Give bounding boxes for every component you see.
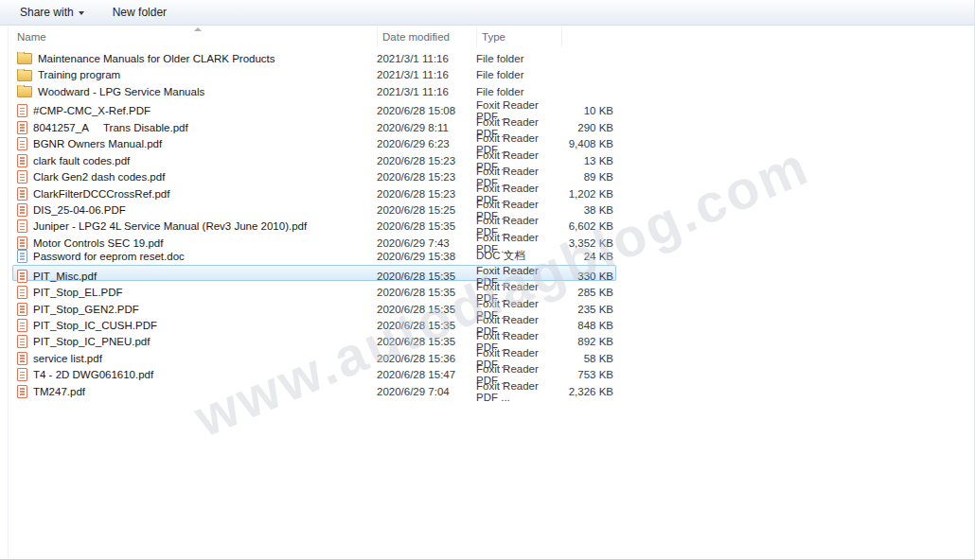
column-header-date-modified[interactable]: Date modified: [377, 26, 476, 47]
file-date-modified: 2020/6/29 7:43: [377, 237, 476, 249]
file-icon: [17, 335, 27, 348]
file-icon: [17, 219, 27, 233]
file-row[interactable]: PIT_Stop_IC_CUSH.PDF 2020/6/28 15:35 Fox…: [12, 314, 616, 330]
file-name: DIS_25-04-06.PDF: [33, 204, 126, 216]
file-size: 753 KB: [561, 369, 616, 380]
file-date-modified: 2020/6/28 15:47: [377, 369, 476, 380]
file-date-modified: 2020/6/28 15:25: [377, 204, 476, 216]
file-type: DOC 文档: [476, 249, 561, 263]
file-size: 6,602 KB: [561, 220, 616, 232]
file-date-modified: 2020/6/28 15:35: [377, 287, 476, 298]
file-row[interactable]: 8041257_A Trans Disable.pdf 2020/6/29 8:…: [12, 116, 616, 132]
file-row[interactable]: T4 - 2D DWG061610.pdf 2020/6/28 15:47 Fo…: [12, 363, 616, 379]
file-name: T4 - 2D DWG061610.pdf: [33, 369, 153, 380]
new-folder-button[interactable]: New folder: [104, 2, 175, 23]
file-name: PIT_Stop_EL.PDF: [33, 287, 123, 298]
file-icon: [17, 170, 27, 184]
file-date-modified: 2021/3/1 11:16: [377, 69, 476, 80]
column-header-size[interactable]: [561, 26, 616, 47]
share-with-button[interactable]: Share with: [11, 2, 93, 23]
file-size: 10 KB: [561, 105, 616, 116]
file-name: PIT_Stop_GEN2.PDF: [33, 304, 139, 315]
file-icon: [17, 303, 27, 316]
file-row[interactable]: Clark Gen2 dash codes.pdf 2020/6/28 15:2…: [12, 166, 616, 182]
file-name: PIT_Stop_IC_CUSH.PDF: [33, 320, 157, 331]
file-size: 1,202 KB: [561, 188, 616, 200]
file-date-modified: 2020/6/29 8:11: [377, 122, 476, 133]
file-icon: [17, 368, 27, 381]
file-name: clark fault codes.pdf: [33, 155, 130, 166]
file-row[interactable]: PIT_Stop_EL.PDF 2020/6/28 15:35 Foxit Re…: [12, 281, 616, 297]
file-size: 3,352 KB: [561, 237, 616, 249]
file-size: 58 KB: [561, 353, 616, 364]
file-name: Training program: [38, 69, 120, 80]
file-size: 38 KB: [561, 204, 616, 216]
file-icon: [17, 236, 27, 250]
sort-ascending-icon: [194, 27, 202, 31]
file-name: BGNR Owners Manual.pdf: [33, 138, 162, 149]
file-type: Foxit Reader PDF ...: [476, 380, 561, 403]
file-name: Maintenance Manuals for Older CLARK Prod…: [38, 53, 275, 64]
file-row[interactable]: PIT_Misc.pdf 2020/6/28 15:35 Foxit Reade…: [12, 265, 616, 281]
file-icon: [17, 203, 27, 217]
file-name: TM247.pdf: [33, 386, 85, 397]
file-date-modified: 2020/6/28 15:35: [377, 336, 476, 347]
file-date-modified: 2021/3/1 11:16: [377, 53, 476, 64]
file-name: PIT_Misc.pdf: [33, 271, 97, 282]
file-row[interactable]: PIT_Stop_GEN2.PDF 2020/6/28 15:35 Foxit …: [12, 298, 616, 314]
file-name: Password for eeprom reset.doc: [33, 251, 185, 262]
file-row[interactable]: Maintenance Manuals for Older CLARK Prod…: [12, 50, 616, 66]
column-header-type[interactable]: Type: [476, 26, 561, 47]
file-date-modified: 2020/6/28 15:35: [377, 304, 476, 315]
command-bar: Share with New folder: [0, 0, 974, 26]
explorer-window: Share with New folder Name Date modified…: [0, 0, 975, 560]
file-row[interactable]: Training program 2021/3/1 11:16 File fol…: [12, 66, 616, 82]
file-row[interactable]: BGNR Owners Manual.pdf 2020/6/29 6:23 Fo…: [12, 132, 616, 149]
file-row[interactable]: clark fault codes.pdf 2020/6/28 15:23 Fo…: [12, 149, 616, 166]
file-icon: [17, 104, 27, 117]
file-size: 13 KB: [561, 155, 616, 166]
file-row[interactable]: ClarkFilterDCCCrossRef.pdf 2020/6/28 15:…: [12, 183, 616, 199]
file-row[interactable]: Password for eeprom reset.doc 2020/6/29 …: [12, 248, 616, 264]
chevron-down-icon: [79, 11, 84, 15]
file-size: 290 KB: [561, 122, 616, 133]
file-size: 2,326 KB: [561, 386, 616, 397]
file-name: Juniper - LPG2 4L Service Manual (Rev3 J…: [33, 220, 307, 232]
file-type: File folder: [476, 86, 561, 97]
file-size: 9,408 KB: [561, 138, 616, 149]
file-row[interactable]: DIS_25-04-06.PDF 2020/6/28 15:25 Foxit R…: [12, 199, 616, 215]
file-date-modified: 2020/6/29 15:38: [377, 251, 476, 262]
file-date-modified: 2020/6/28 15:36: [377, 353, 476, 364]
file-row[interactable]: Juniper - LPG2 4L Service Manual (Rev3 J…: [12, 215, 616, 231]
file-date-modified: 2020/6/28 15:23: [377, 171, 476, 183]
file-date-modified: 2020/6/28 15:35: [377, 220, 476, 232]
file-size: 892 KB: [561, 336, 616, 347]
file-row[interactable]: Woodward - LPG Service Manuals 2021/3/1 …: [12, 83, 616, 99]
file-name: PIT_Stop_IC_PNEU.pdf: [33, 336, 150, 347]
file-icon: [17, 137, 27, 150]
column-header-row: Name Date modified Type: [12, 26, 616, 47]
file-row[interactable]: service list.pdf 2020/6/28 15:36 Foxit R…: [12, 347, 616, 363]
file-name: 8041257_A Trans Disable.pdf: [33, 122, 188, 133]
file-type: File folder: [476, 53, 561, 64]
file-size: 89 KB: [561, 171, 616, 183]
file-row[interactable]: TM247.pdf 2020/6/29 7:04 Foxit Reader PD…: [12, 380, 616, 396]
file-icon: [17, 270, 27, 283]
file-size: 330 KB: [561, 271, 616, 282]
file-name: #CMP-CMC_X-Ref.PDF: [33, 105, 151, 116]
file-name: Clark Gen2 dash codes.pdf: [33, 171, 165, 183]
file-row[interactable]: #CMP-CMC_X-Ref.PDF 2020/6/28 15:08 Foxit…: [12, 99, 616, 115]
file-icon: [17, 286, 27, 299]
file-date-modified: 2020/6/28 15:35: [377, 271, 476, 282]
file-date-modified: 2020/6/29 7:04: [377, 386, 476, 397]
file-name: Motor Controls SEC 19.pdf: [33, 237, 163, 249]
file-icon: [17, 319, 27, 332]
file-icon: [17, 86, 32, 97]
file-date-modified: 2020/6/28 15:35: [377, 320, 476, 331]
file-date-modified: 2020/6/28 15:23: [377, 155, 476, 166]
file-date-modified: 2020/6/28 15:23: [377, 188, 476, 200]
file-list: Maintenance Manuals for Older CLARK Prod…: [0, 50, 975, 396]
file-row[interactable]: PIT_Stop_IC_PNEU.pdf 2020/6/28 15:35 Fox…: [12, 330, 616, 346]
file-row[interactable]: Motor Controls SEC 19.pdf 2020/6/29 7:43…: [12, 232, 616, 248]
file-size: 24 KB: [561, 251, 616, 262]
